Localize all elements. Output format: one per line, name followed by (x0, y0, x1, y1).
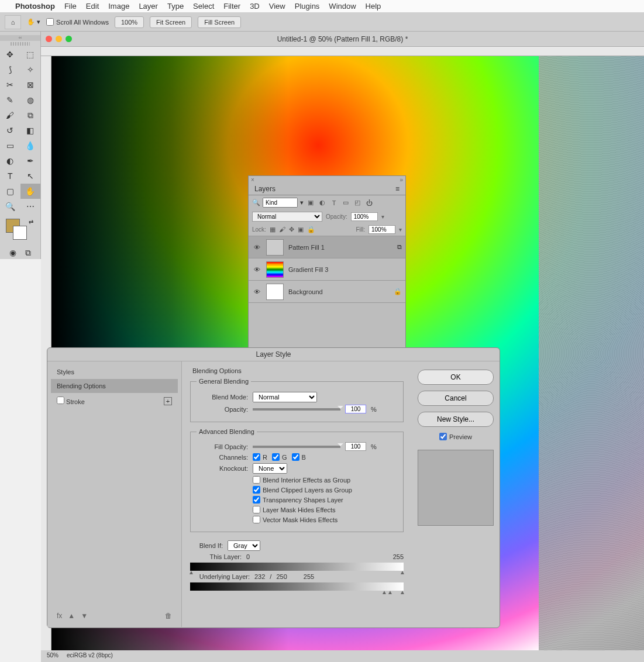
channel-r-checkbox[interactable]: R (253, 453, 267, 461)
frame-tool[interactable]: ⊠ (20, 77, 41, 92)
close-window-icon[interactable] (46, 36, 52, 42)
opacity-field[interactable] (351, 212, 378, 221)
channel-b-checkbox[interactable]: B (292, 453, 306, 461)
filter-shape-icon[interactable]: ▭ (341, 198, 350, 208)
fx-icon[interactable]: fx (57, 612, 62, 620)
styles-item[interactable]: Styles (51, 365, 178, 379)
layers-panel[interactable]: ×» Layers≡ 🔍 ▾ ▣ ◐ T ▭ ◰ ⏻ Normal Opacit… (248, 175, 406, 373)
close-panel-icon[interactable]: × (251, 177, 254, 183)
menu-edit[interactable]: Edit (86, 2, 99, 11)
collapse-icon[interactable]: ‹‹ (0, 35, 40, 41)
dodge-tool[interactable]: ◐ (0, 153, 20, 168)
status-zoom[interactable]: 50% (47, 652, 58, 658)
menu-type[interactable]: Type (167, 2, 184, 11)
background-color[interactable] (13, 226, 27, 240)
ok-button[interactable]: OK (418, 370, 494, 385)
heal-tool[interactable]: ◍ (20, 92, 41, 108)
layer-item[interactable]: 👁 Background 🔒 (249, 280, 405, 302)
layer-name[interactable]: Pattern Fill 1 (288, 244, 392, 251)
layer-name[interactable]: Gradient Fill 3 (288, 266, 402, 273)
fill-opacity-slider[interactable] (253, 446, 340, 448)
layer-link-icon[interactable]: ⧉ (397, 243, 402, 251)
vectormask-hides-checkbox[interactable]: Vector Mask Hides Effects (253, 516, 338, 523)
eyedropper-tool[interactable]: ✎ (0, 92, 20, 108)
visibility-icon[interactable]: 👁 (252, 244, 261, 251)
layer-item[interactable]: 👁 Gradient Fill 3 (249, 258, 405, 280)
up-icon[interactable]: ▲ (68, 612, 75, 620)
rect-tool[interactable]: ▢ (0, 184, 20, 199)
layer-thumb[interactable] (266, 284, 284, 300)
layer-thumb[interactable] (266, 261, 284, 278)
layermask-hides-checkbox[interactable]: Layer Mask Hides Effects (253, 506, 336, 513)
menu-plugins[interactable]: Plugins (295, 2, 320, 11)
marquee-tool[interactable]: ⬚ (20, 47, 41, 62)
stroke-checkbox[interactable] (57, 396, 64, 404)
fill-screen-button[interactable]: Fill Screen (198, 16, 241, 28)
lock-pixels-icon[interactable]: 🖌 (279, 226, 285, 233)
preview-checkbox[interactable]: Preview (439, 433, 472, 440)
zoom-100-button[interactable]: 100% (115, 16, 144, 28)
add-effect-icon[interactable]: + (164, 397, 172, 405)
status-profile[interactable]: eciRGB v2 (8bpc) (67, 652, 113, 658)
blend-clipped-checkbox[interactable]: Blend Clipped Layers as Group (253, 486, 352, 494)
zoom-window-icon[interactable] (66, 36, 72, 42)
hand-tool[interactable]: ✋ (20, 184, 41, 199)
type-tool[interactable]: T (0, 168, 20, 184)
window-titlebar[interactable]: Untitled-1 @ 50% (Pattern Fill 1, RGB/8)… (41, 32, 644, 47)
blendif-select[interactable]: Gray (228, 540, 260, 551)
gradient-tool[interactable]: ▭ (0, 138, 20, 153)
new-style-button[interactable]: New Style... (418, 412, 494, 427)
fill-field[interactable] (369, 225, 395, 234)
menu-file[interactable]: File (64, 2, 77, 11)
underlying-layer-slider[interactable]: ▲▲▲ (190, 582, 404, 591)
layer-name[interactable]: Background (288, 288, 389, 295)
fill-opacity-field[interactable] (345, 442, 366, 451)
visibility-icon[interactable]: 👁 (252, 288, 261, 295)
lasso-tool[interactable]: ⟆ (0, 62, 20, 77)
layers-tab[interactable]: Layers≡ (249, 183, 405, 195)
lock-transparency-icon[interactable]: ▦ (270, 226, 275, 233)
panel-menu-icon[interactable]: ≡ (395, 185, 400, 193)
menu-help[interactable]: Help (366, 2, 381, 11)
history-brush-tool[interactable]: ↺ (0, 123, 20, 138)
menu-3d[interactable]: 3D (250, 2, 260, 11)
menu-select[interactable]: Select (193, 2, 214, 11)
home-button[interactable]: ⌂ (5, 15, 21, 29)
blend-interior-checkbox[interactable]: Blend Interior Effects as Group (253, 476, 350, 484)
transparency-shapes-checkbox[interactable]: Transparency Shapes Layer (253, 496, 343, 504)
collapse-panel-icon[interactable]: » (400, 177, 403, 183)
filter-type-icon[interactable]: T (329, 198, 339, 208)
layer-thumb[interactable] (266, 239, 284, 256)
fit-screen-button[interactable]: Fit Screen (150, 16, 192, 28)
menu-window[interactable]: Window (329, 2, 356, 11)
filter-pixel-icon[interactable]: ▣ (306, 198, 315, 208)
blending-options-item[interactable]: Blending Options (51, 379, 178, 393)
dialog-title[interactable]: Layer Style (47, 348, 500, 361)
screenmode-icon[interactable]: ⧉ (25, 248, 31, 258)
quickmask-icon[interactable]: ◉ (9, 248, 16, 258)
stamp-tool[interactable]: ⧉ (20, 108, 41, 123)
toolbox-grip[interactable] (11, 42, 30, 46)
pen-tool[interactable]: ✒ (20, 153, 41, 168)
blend-mode-select[interactable]: Normal (252, 212, 322, 222)
blur-tool[interactable]: 💧 (20, 138, 41, 153)
lock-position-icon[interactable]: ✥ (289, 226, 294, 233)
this-layer-slider[interactable]: ▲▲ (190, 563, 404, 571)
filter-toggle-icon[interactable]: ⏻ (364, 198, 374, 208)
minimize-window-icon[interactable] (56, 36, 62, 42)
menu-view[interactable]: View (269, 2, 285, 11)
stroke-item[interactable]: Stroke + (51, 393, 178, 409)
horizontal-ruler[interactable] (41, 47, 644, 56)
scroll-all-checkbox[interactable]: Scroll All Windows (46, 18, 109, 26)
menu-layer[interactable]: Layer (139, 2, 158, 11)
opacity-slider[interactable] (253, 408, 340, 411)
trash-icon[interactable]: 🗑 (165, 612, 172, 620)
path-tool[interactable]: ↖ (20, 168, 41, 184)
opacity-field[interactable] (345, 405, 366, 413)
color-swatches[interactable]: ⇄ (6, 219, 35, 242)
crop-tool[interactable]: ✂ (0, 77, 20, 92)
app-name[interactable]: Photoshop (15, 2, 55, 11)
knockout-select[interactable]: None (253, 463, 287, 474)
filter-adjust-icon[interactable]: ◐ (318, 198, 327, 208)
menu-filter[interactable]: Filter (223, 2, 240, 11)
